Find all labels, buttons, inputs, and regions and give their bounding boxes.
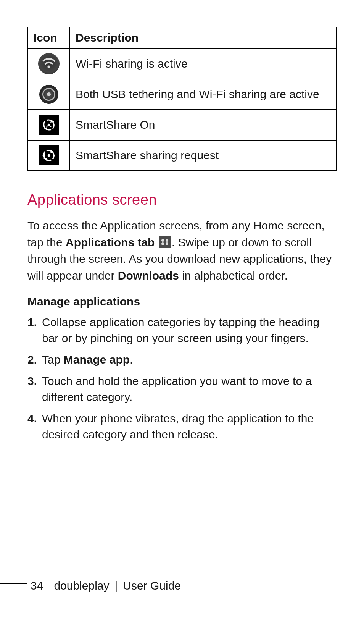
table-cell-description: Both USB tethering and Wi-Fi sharing are… bbox=[70, 79, 336, 110]
section-heading-applications-screen: Applications screen bbox=[27, 192, 337, 208]
smartshare-request-icon bbox=[39, 145, 59, 165]
footer-product: doubleplay bbox=[54, 579, 109, 592]
list-item: When your phone vibrates, drag the appli… bbox=[27, 411, 337, 443]
applications-tab-icon bbox=[159, 236, 171, 248]
table-row: SmartShare sharing request bbox=[28, 140, 336, 171]
footer-separator: | bbox=[115, 579, 118, 592]
wifi-sharing-icon bbox=[38, 53, 60, 74]
applications-screen-paragraph: To access the Application screens, from … bbox=[27, 217, 337, 284]
footer-doc-title: User Guide bbox=[123, 579, 181, 592]
usb-wifi-both-icon bbox=[39, 85, 58, 104]
step-text: . bbox=[130, 353, 133, 366]
icon-description-table: Icon Description Wi-Fi sharing is active bbox=[27, 27, 337, 171]
table-cell-description: SmartShare On bbox=[70, 110, 336, 140]
downloads-label: Downloads bbox=[118, 269, 179, 282]
para-text: in alphabetical order. bbox=[179, 269, 288, 282]
table-header-icon: Icon bbox=[28, 27, 70, 48]
footer-rule bbox=[0, 583, 27, 584]
applications-tab-label: Applications tab bbox=[66, 236, 155, 249]
step-text: Collapse application categories by tappi… bbox=[42, 316, 319, 344]
list-item: Tap Manage app. bbox=[27, 352, 337, 368]
list-item: Collapse application categories by tappi… bbox=[27, 314, 337, 346]
step-bold: Manage app bbox=[64, 353, 130, 366]
svg-point-6 bbox=[48, 154, 50, 157]
table-row: SmartShare On bbox=[28, 110, 336, 140]
smartshare-on-icon bbox=[39, 115, 59, 135]
page-footer: 34 doubleplay | User Guide bbox=[0, 579, 364, 592]
list-item: Touch and hold the application you want … bbox=[27, 373, 337, 405]
table-row: Both USB tethering and Wi-Fi sharing are… bbox=[28, 79, 336, 110]
table-cell-description: Wi-Fi sharing is active bbox=[70, 48, 336, 79]
manage-applications-steps: Collapse application categories by tappi… bbox=[27, 314, 337, 443]
subheading-manage-applications: Manage applications bbox=[27, 295, 337, 308]
table-cell-description: SmartShare sharing request bbox=[70, 140, 336, 171]
svg-point-0 bbox=[48, 66, 50, 68]
step-text: When your phone vibrates, drag the appli… bbox=[42, 412, 314, 441]
step-text: Tap bbox=[42, 353, 64, 366]
page-number: 34 bbox=[31, 579, 43, 592]
table-header-description: Description bbox=[70, 27, 336, 48]
table-row: Wi-Fi sharing is active bbox=[28, 48, 336, 79]
step-text: Touch and hold the application you want … bbox=[42, 375, 312, 403]
